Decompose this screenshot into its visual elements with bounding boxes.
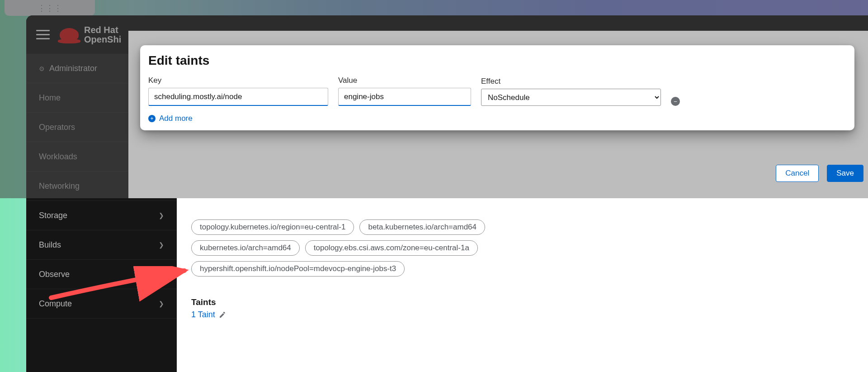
taint-key-input[interactable] — [148, 88, 328, 106]
key-field-group: Key — [148, 76, 328, 106]
chevron-right-icon: ❯ — [159, 300, 164, 307]
value-field-group: Value — [338, 76, 471, 106]
sidebar-item-compute[interactable]: Compute ❯ — [26, 289, 177, 319]
label-pill[interactable]: hypershift.openshift.io/nodePool=mdevocp… — [191, 261, 405, 277]
label-pills-row: kubernetes.io/arch=amd64 topology.ebs.cs… — [191, 240, 854, 256]
taints-heading: Taints — [191, 297, 854, 307]
edit-taints-modal: Edit taints Key Value Effect NoScheduleP… — [140, 45, 854, 130]
value-label: Value — [338, 76, 471, 85]
pencil-icon — [219, 311, 226, 319]
label-pills-row: hypershift.openshift.io/nodePool=mdevocp… — [191, 261, 854, 277]
modal-title: Edit taints — [145, 53, 850, 68]
label-pill[interactable]: beta.kubernetes.io/arch=amd64 — [359, 219, 485, 235]
minus-icon: − — [674, 98, 677, 105]
modal-actions: Cancel Save — [140, 165, 863, 182]
cancel-button[interactable]: Cancel — [776, 165, 819, 182]
add-more-link[interactable]: + Add more — [145, 106, 850, 130]
label-pills-row: topology.kubernetes.io/region=eu-central… — [191, 219, 854, 235]
taints-edit-link[interactable]: 1 Taint — [191, 310, 854, 320]
chevron-right-icon: ❯ — [159, 212, 164, 219]
chevron-right-icon: ❯ — [159, 241, 164, 248]
sidebar-item-storage[interactable]: Storage ❯ — [26, 201, 177, 230]
chevron-right-icon: ❯ — [159, 271, 164, 278]
sidebar-item-label: Observe — [39, 270, 70, 279]
add-more-label: Add more — [159, 114, 193, 123]
label-pill[interactable]: kubernetes.io/arch=amd64 — [191, 240, 300, 256]
remove-taint-button[interactable]: − — [671, 97, 680, 106]
label-pill[interactable]: topology.kubernetes.io/region=eu-central… — [191, 219, 354, 235]
label-pill[interactable]: topology.ebs.csi.aws.com/zone=eu-central… — [305, 240, 478, 256]
sidebar-item-label: Builds — [39, 240, 61, 250]
sidebar-item-observe[interactable]: Observe ❯ — [26, 260, 177, 289]
sidebar-item-label: Storage — [39, 211, 67, 220]
save-button[interactable]: Save — [827, 165, 863, 182]
sidebar-item-label: Compute — [39, 299, 72, 309]
taints-count-text: 1 Taint — [191, 310, 215, 320]
effect-label: Effect — [481, 77, 661, 86]
taint-value-input[interactable] — [338, 88, 471, 106]
plus-circle-icon: + — [148, 115, 156, 122]
taint-row: Key Value Effect NoSchedulePreferNoSched… — [145, 76, 850, 106]
key-label: Key — [148, 76, 328, 85]
sidebar-item-builds[interactable]: Builds ❯ — [26, 230, 177, 260]
effect-field-group: Effect NoSchedulePreferNoScheduleNoExecu… — [481, 77, 661, 106]
taint-effect-select[interactable]: NoSchedulePreferNoScheduleNoExecute — [481, 89, 661, 106]
